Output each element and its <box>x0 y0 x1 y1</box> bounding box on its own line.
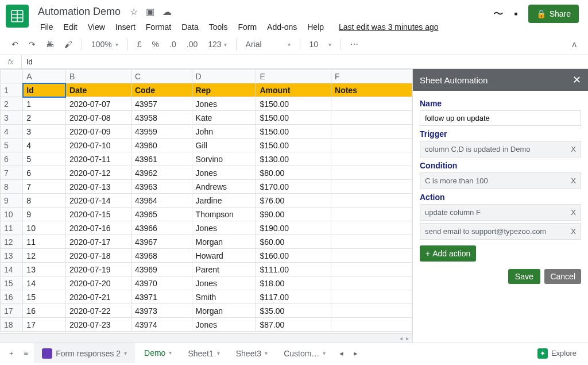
cell[interactable] <box>331 263 412 276</box>
save-button[interactable]: Save <box>508 269 540 284</box>
cell[interactable]: Parent <box>192 263 256 276</box>
tab-sheet1[interactable]: Sheet1 ▾ <box>180 343 227 363</box>
paint-format-button[interactable]: 🖌 <box>61 37 76 51</box>
cell[interactable] <box>331 97 412 111</box>
row-header-7[interactable]: 7 <box>1 166 23 180</box>
cell[interactable]: 13 <box>23 263 66 276</box>
horizontal-scrollbar[interactable]: ◂ ▸ <box>0 333 412 343</box>
column-header-B[interactable]: B <box>65 70 131 83</box>
row-header-8[interactable]: 8 <box>1 180 23 194</box>
cell[interactable]: 16 <box>23 304 66 318</box>
cell[interactable]: 2020-07-08 <box>65 111 131 125</box>
decrease-decimal-button[interactable]: .0 <box>166 37 180 51</box>
row-header-13[interactable]: 13 <box>1 249 23 263</box>
cell[interactable] <box>331 208 412 221</box>
cell[interactable]: 1 <box>23 97 66 111</box>
row-header-15[interactable]: 15 <box>1 276 23 290</box>
row-header-5[interactable]: 5 <box>1 139 23 152</box>
column-header-E[interactable]: E <box>256 70 331 83</box>
tab-sheet3[interactable]: Sheet3 ▾ <box>228 343 276 363</box>
cell[interactable]: 43966 <box>131 221 192 235</box>
cell[interactable]: 2020-07-22 <box>65 304 131 318</box>
cell[interactable]: 6 <box>23 166 66 180</box>
last-edit-link[interactable]: Last edit was 3 minutes ago <box>334 20 443 34</box>
cell[interactable]: 2020-07-14 <box>65 194 131 208</box>
cell[interactable]: Morgan <box>192 304 256 318</box>
collapse-toolbar-button[interactable]: ʌ <box>568 37 580 51</box>
cell[interactable]: 43974 <box>131 318 192 332</box>
increase-decimal-button[interactable]: .00 <box>183 37 201 51</box>
row-header-3[interactable]: 3 <box>1 111 23 125</box>
number-format-select[interactable]: 123 ▾ <box>204 37 230 51</box>
cell[interactable] <box>331 152 412 166</box>
menu-add-ons[interactable]: Add-ons <box>262 20 301 34</box>
cell[interactable]: 15 <box>23 290 66 304</box>
cell[interactable]: $150.00 <box>256 111 331 125</box>
remove-action-icon[interactable]: X <box>571 227 576 236</box>
cell[interactable]: 2020-07-17 <box>65 235 131 249</box>
cell[interactable]: 3 <box>23 125 66 139</box>
share-button[interactable]: 🔒 Share <box>528 5 579 23</box>
cell[interactable]: $160.00 <box>256 249 331 263</box>
cell[interactable] <box>331 235 412 249</box>
formula-input[interactable]: Id <box>22 55 588 68</box>
percent-button[interactable]: % <box>149 37 163 51</box>
cell[interactable]: Jones <box>192 318 256 332</box>
cell[interactable]: 2020-07-09 <box>65 125 131 139</box>
activity-icon[interactable]: 〜 <box>493 7 504 21</box>
header-cell-code[interactable]: Code <box>131 83 192 97</box>
cloud-status-icon[interactable]: ☁ <box>163 6 172 17</box>
row-header-10[interactable]: 10 <box>1 208 23 221</box>
action-chip-1[interactable]: send email to support@typezoo.comX <box>420 223 581 240</box>
cell[interactable]: 2020-07-15 <box>65 208 131 221</box>
comments-icon[interactable]: ▪ <box>514 8 517 20</box>
cell[interactable]: 2020-07-18 <box>65 249 131 263</box>
cell[interactable]: $111.00 <box>256 263 331 276</box>
explore-button[interactable]: ✦ Explore <box>531 348 583 359</box>
cell[interactable]: 2020-07-21 <box>65 290 131 304</box>
cell[interactable] <box>331 125 412 139</box>
cell[interactable] <box>331 276 412 290</box>
menu-help[interactable]: Help <box>303 20 328 34</box>
scroll-right-icon[interactable]: ▸ <box>406 335 409 341</box>
cell[interactable]: 5 <box>23 152 66 166</box>
cell[interactable]: 9 <box>23 208 66 221</box>
cell[interactable]: Morgan <box>192 235 256 249</box>
select-all-cell[interactable] <box>1 70 23 83</box>
cell[interactable]: Smith <box>192 290 256 304</box>
remove-condition-icon[interactable]: X <box>571 176 576 185</box>
menu-form[interactable]: Form <box>233 20 261 34</box>
row-header-12[interactable]: 12 <box>1 235 23 249</box>
cell[interactable]: 11 <box>23 235 66 249</box>
cell[interactable]: Andrews <box>192 180 256 194</box>
cell[interactable]: 2020-07-10 <box>65 139 131 152</box>
tab-scroll-right[interactable]: ▸ <box>349 349 362 358</box>
cell[interactable]: Jones <box>192 97 256 111</box>
remove-trigger-icon[interactable]: X <box>571 145 576 153</box>
cell[interactable] <box>331 111 412 125</box>
column-header-C[interactable]: C <box>131 70 192 83</box>
row-header-6[interactable]: 6 <box>1 152 23 166</box>
cell[interactable]: Jardine <box>192 194 256 208</box>
cell[interactable] <box>331 194 412 208</box>
cell[interactable]: 43967 <box>131 235 192 249</box>
cell[interactable]: $150.00 <box>256 125 331 139</box>
cell[interactable]: 43963 <box>131 180 192 194</box>
cell[interactable]: 43971 <box>131 290 192 304</box>
cell[interactable]: 2020-07-07 <box>65 97 131 111</box>
row-header-14[interactable]: 14 <box>1 263 23 276</box>
cell[interactable]: $87.00 <box>256 318 331 332</box>
currency-button[interactable]: £ <box>134 37 145 51</box>
cell[interactable]: 10 <box>23 221 66 235</box>
cell[interactable]: Jones <box>192 221 256 235</box>
spreadsheet-grid[interactable]: ABCDEF1IdDateCodeRepAmountNotes212020-07… <box>0 69 412 343</box>
fx-label[interactable]: fx <box>0 55 22 68</box>
cell[interactable]: 2020-07-11 <box>65 152 131 166</box>
cell[interactable]: 43957 <box>131 97 192 111</box>
cell[interactable] <box>331 290 412 304</box>
tab-scroll-left[interactable]: ◂ <box>335 349 348 358</box>
menu-format[interactable]: Format <box>141 20 176 34</box>
tab-demo[interactable]: Demo ▾ <box>136 343 180 363</box>
doc-title[interactable]: Automation Demo <box>36 5 123 19</box>
menu-data[interactable]: Data <box>177 20 203 34</box>
